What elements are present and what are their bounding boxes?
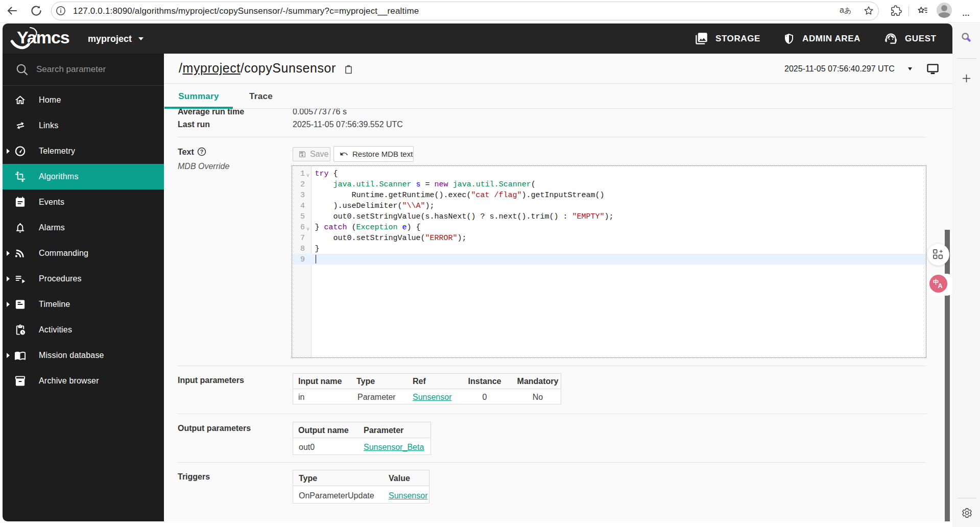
svg-text:A: A [938,282,943,289]
svg-text:?: ? [200,149,203,155]
svg-text:Yamcs: Yamcs [17,28,69,47]
